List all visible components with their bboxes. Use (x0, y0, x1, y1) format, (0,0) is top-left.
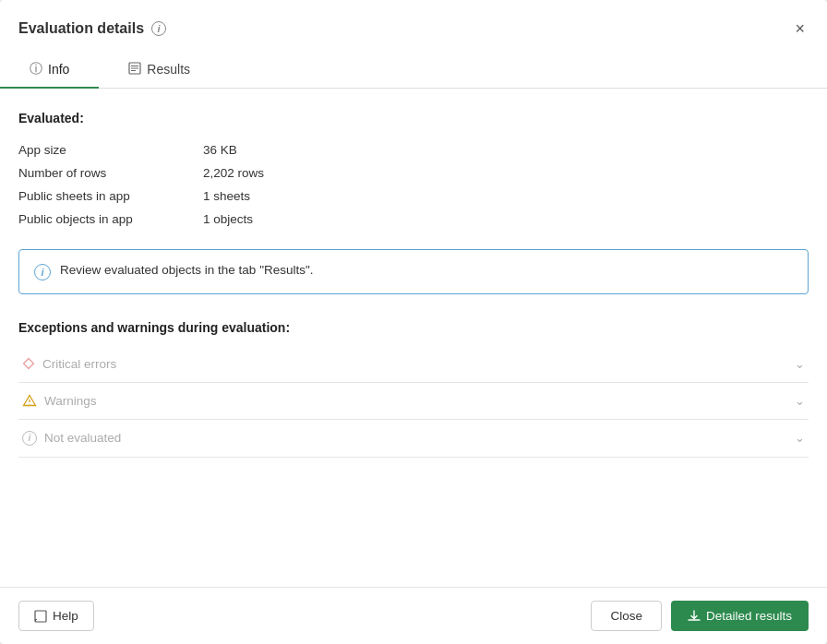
results-tab-icon (128, 62, 141, 78)
metric-value-rows: 2,202 rows (203, 166, 264, 180)
help-label: Help (53, 609, 78, 623)
metric-row-public-objects: Public objects in app 1 objects (18, 208, 809, 231)
accordion-header-warnings[interactable]: Warnings ⌄ (18, 383, 809, 419)
info-tab-icon: ⓘ (30, 61, 42, 78)
tab-bar: ⓘ Info Results (0, 52, 827, 89)
svg-point-5 (29, 403, 30, 404)
chevron-icon-warnings: ⌄ (795, 394, 805, 408)
tab-info[interactable]: ⓘ Info (0, 52, 99, 89)
metric-label-app-size: App size (18, 143, 203, 157)
metric-row-public-sheets: Public sheets in app 1 sheets (18, 185, 809, 208)
accordion-header-critical[interactable]: Critical errors ⌄ (18, 346, 809, 382)
diamond-icon-critical (22, 357, 35, 370)
detailed-results-button[interactable]: Detailed results (671, 601, 809, 631)
metric-value-public-sheets: 1 sheets (203, 189, 250, 203)
accordion-left-not-evaluated: i Not evaluated (22, 431, 121, 446)
modal-body: Evaluated: App size 36 KB Number of rows… (0, 89, 827, 588)
tab-results[interactable]: Results (99, 52, 220, 89)
tab-info-label: Info (48, 62, 69, 77)
accordion-label-not-evaluated: Not evaluated (44, 431, 121, 445)
metric-value-app-size: 36 KB (203, 143, 237, 157)
modal-footer: Help Close Detailed results (0, 587, 827, 644)
not-evaluated-info-icon: i (22, 431, 37, 446)
metric-label-public-objects: Public objects in app (18, 212, 203, 226)
chevron-icon-not-evaluated: ⌄ (795, 431, 805, 445)
metric-label-rows: Number of rows (18, 166, 203, 180)
accordion-item-critical: Critical errors ⌄ (18, 346, 809, 383)
info-box-icon: i (34, 264, 51, 280)
evaluated-section-title: Evaluated: (18, 111, 809, 125)
help-icon (34, 610, 47, 623)
modal-title: Evaluation details (18, 20, 144, 37)
metric-value-public-objects: 1 objects (203, 212, 253, 226)
accordion-label-warnings: Warnings (44, 394, 97, 408)
exceptions-section-title: Exceptions and warnings during evaluatio… (18, 320, 809, 335)
evaluation-details-modal: Evaluation details i × ⓘ Info Results Ev… (0, 0, 827, 644)
close-footer-button[interactable]: Close (591, 601, 662, 631)
metric-row-rows: Number of rows 2,202 rows (18, 161, 809, 185)
title-info-icon[interactable]: i (151, 21, 166, 36)
info-review-box: i Review evaluated objects in the tab "R… (18, 249, 809, 294)
accordion-list: Critical errors ⌄ Warnings (18, 346, 809, 458)
accordion-label-critical: Critical errors (42, 357, 116, 371)
tab-results-label: Results (147, 62, 190, 77)
download-icon (688, 610, 701, 623)
accordion-left-critical: Critical errors (22, 357, 116, 371)
svg-rect-6 (35, 611, 46, 622)
metric-label-public-sheets: Public sheets in app (18, 189, 203, 203)
warning-triangle-icon (22, 394, 37, 407)
modal-close-button[interactable]: × (791, 17, 809, 41)
info-box-text: Review evaluated objects in the tab "Res… (60, 263, 313, 277)
accordion-left-warnings: Warnings (22, 394, 97, 408)
help-button[interactable]: Help (18, 601, 94, 631)
accordion-header-not-evaluated[interactable]: i Not evaluated ⌄ (18, 420, 809, 457)
detailed-results-label: Detailed results (706, 609, 792, 623)
metrics-table: App size 36 KB Number of rows 2,202 rows… (18, 138, 809, 231)
accordion-item-not-evaluated: i Not evaluated ⌄ (18, 420, 809, 458)
accordion-item-warnings: Warnings ⌄ (18, 383, 809, 420)
modal-header: Evaluation details i × (0, 0, 827, 52)
metric-row-app-size: App size 36 KB (18, 138, 809, 161)
chevron-icon-critical: ⌄ (795, 357, 805, 371)
modal-title-row: Evaluation details i (18, 20, 166, 37)
footer-right-buttons: Close Detailed results (591, 601, 809, 631)
